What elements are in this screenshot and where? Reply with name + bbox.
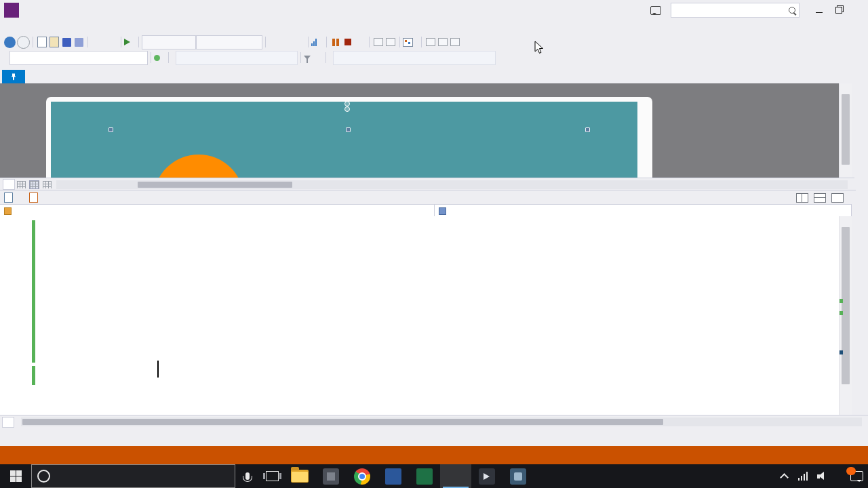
new-file-button[interactable] [36, 35, 48, 49]
editor-zoom-dropdown[interactable] [2, 417, 14, 428]
show-grid-icon[interactable] [17, 181, 26, 188]
selection-handle[interactable] [108, 127, 113, 132]
close-button[interactable] [848, 1, 868, 19]
taskbar-app-2[interactable] [315, 464, 347, 488]
selection-handle[interactable] [585, 127, 590, 132]
vertical-split-icon[interactable] [796, 193, 808, 203]
toolbar-extra-button-2[interactable] [437, 35, 449, 49]
volume-tray-button[interactable] [812, 464, 831, 488]
snap-to-grid-icon[interactable] [30, 181, 39, 188]
task-view-button[interactable] [260, 464, 284, 488]
minimize-icon [816, 12, 823, 13]
save-all-button[interactable] [73, 35, 85, 49]
collapse-pane-icon[interactable] [831, 193, 844, 203]
stack-frame-dropdown[interactable] [333, 51, 496, 65]
restart-button[interactable] [354, 35, 366, 49]
type-dropdown[interactable] [0, 205, 435, 217]
chrome-icon [354, 468, 370, 485]
breakpoints-window-button[interactable] [384, 35, 397, 49]
member-icon [439, 207, 446, 215]
designer-vertical-scrollbar[interactable] [839, 83, 852, 178]
toolbar-extra-button-1[interactable] [425, 35, 437, 49]
solution-platform-dropdown[interactable] [196, 35, 262, 49]
scrollbar-thumb[interactable] [842, 94, 850, 165]
scrollbar-thumb[interactable] [842, 227, 850, 384]
right-tool-tab-strip [852, 66, 868, 437]
editor-vertical-scrollbar[interactable] [839, 216, 852, 415]
save-icon [62, 38, 71, 47]
scroll-up-icon[interactable] [840, 83, 852, 93]
application-insights-dropdown[interactable] [311, 39, 323, 46]
action-center-button[interactable] [845, 464, 868, 488]
thread-dropdown[interactable] [176, 51, 298, 65]
insights-chart-icon [311, 39, 317, 46]
scrollbar-thumb[interactable] [22, 419, 663, 425]
anchor-handle-icon[interactable] [344, 101, 350, 111]
pin-icon[interactable] [11, 73, 16, 81]
flag-threads-button[interactable] [311, 51, 323, 64]
microphone-button[interactable] [235, 464, 260, 488]
step-over-button[interactable] [281, 35, 293, 49]
navigate-back-button[interactable] [4, 37, 16, 48]
toolbar-extra-button-3[interactable] [449, 35, 461, 49]
designer-horizontal-scrollbar[interactable] [56, 180, 848, 189]
restore-button[interactable] [829, 1, 848, 19]
scrollbar-thumb[interactable] [138, 182, 292, 188]
taskbar-visual-studio[interactable] [440, 464, 471, 488]
thread-filter-icon[interactable] [304, 56, 311, 60]
stop-debugging-button[interactable] [342, 35, 354, 49]
break-all-button[interactable] [330, 35, 342, 49]
redo-button[interactable] [104, 35, 117, 49]
solution-configuration-dropdown[interactable] [142, 35, 196, 49]
taskbar-file-explorer[interactable] [284, 464, 315, 488]
designer-zoom-dropdown[interactable] [3, 179, 15, 190]
minimize-button[interactable] [809, 1, 829, 19]
process-dropdown[interactable] [9, 51, 148, 65]
bottom-tool-window-tabs [0, 428, 868, 446]
breakpoints-icon [386, 38, 395, 46]
blue-app-icon [510, 468, 526, 485]
xaml-code-editor[interactable] [0, 216, 852, 415]
show-next-statement-button[interactable] [372, 35, 384, 49]
taskbar-excel[interactable] [409, 464, 440, 488]
member-dropdown[interactable] [435, 205, 852, 217]
taskbar-search-input[interactable] [31, 464, 235, 488]
editor-horizontal-scrollbar[interactable] [21, 418, 862, 426]
preview-ellipse-shape[interactable] [153, 155, 244, 178]
excel-icon [416, 468, 433, 485]
scrollbar-change-mark [840, 299, 843, 303]
quick-launch-input[interactable] [671, 3, 800, 18]
task-view-icon [266, 471, 279, 481]
title-bar [0, 0, 868, 20]
open-file-button[interactable] [48, 35, 60, 49]
step-out-button[interactable] [293, 35, 305, 49]
file-explorer-icon [291, 470, 309, 483]
scroll-up-icon[interactable] [840, 216, 852, 226]
tab-mainpage-xaml[interactable] [2, 70, 25, 83]
xaml-designer-surface[interactable] [0, 83, 852, 178]
network-tray-button[interactable] [793, 464, 812, 488]
taskbar-app-8[interactable] [502, 464, 534, 488]
microphone-icon [245, 472, 250, 480]
horizontal-split-icon[interactable] [814, 193, 826, 203]
app-preview-canvas[interactable] [51, 102, 637, 178]
navigate-forward-button[interactable] [17, 36, 30, 49]
selection-handle[interactable] [346, 127, 351, 132]
document-workspace [0, 83, 852, 415]
save-button[interactable] [60, 35, 73, 49]
undo-button[interactable] [91, 35, 103, 49]
start-button[interactable] [0, 464, 31, 488]
design-view-icon [4, 192, 13, 203]
taskbar-app-7[interactable] [471, 464, 502, 488]
scroll-down-icon[interactable] [840, 168, 852, 178]
taskbar-chrome[interactable] [347, 464, 378, 488]
status-bar [0, 446, 868, 464]
change-tracking-bar [32, 220, 35, 363]
step-into-button[interactable] [269, 35, 281, 49]
feedback-icon[interactable] [650, 6, 661, 15]
taskbar-word[interactable] [378, 464, 409, 488]
scroll-down-icon[interactable] [840, 405, 852, 415]
snap-to-snaplines-icon[interactable] [43, 181, 52, 188]
cortana-icon [37, 470, 50, 483]
show-hidden-icons-button[interactable] [774, 464, 793, 488]
